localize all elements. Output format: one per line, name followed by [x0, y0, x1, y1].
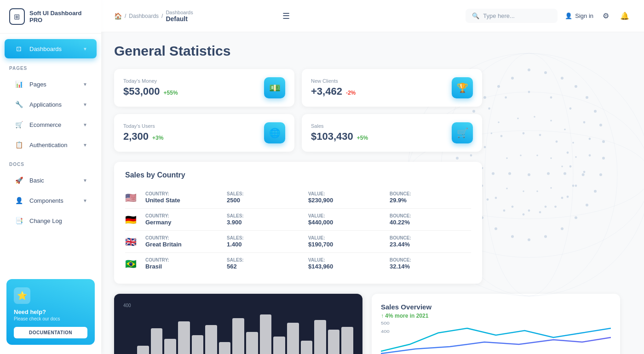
col-header-country: Country:: [145, 191, 227, 196]
documentation-button[interactable]: DOCUMENTATION: [14, 327, 87, 338]
bottom-row: 400 0 Sales Overview ↑ 4% more in 2021: [114, 294, 620, 354]
bar-chart-bar: [205, 325, 217, 354]
svg-point-78: [534, 116, 535, 118]
sidebar-item-pages[interactable]: 📊 Pages ▼: [5, 74, 97, 94]
sign-in-button[interactable]: 👤 Sign in: [565, 12, 593, 19]
logo-icon: ⊞: [9, 8, 25, 25]
bounce-value: 32.14%: [390, 263, 471, 270]
stat-card-users: Today's Users 2,300 +3% 🌐: [114, 114, 294, 152]
svg-point-27: [456, 157, 459, 160]
sidebar-item-ecommerce[interactable]: 🛒 Ecommerce ▼: [5, 115, 97, 134]
country-name: Germany: [145, 219, 227, 226]
svg-point-91: [523, 190, 524, 192]
sidebar-help-panel: ⭐ Need help? Please check our docs DOCUM…: [6, 279, 95, 345]
svg-point-89: [561, 166, 563, 167]
svg-point-56: [508, 172, 511, 175]
sidebar-item-dashboards[interactable]: ⊡ Dashboards ▼: [5, 39, 97, 58]
stat-badge-users: +3%: [152, 135, 163, 141]
bar-chart-bar: [151, 328, 163, 354]
menu-icon[interactable]: ☰: [281, 9, 292, 23]
bar-chart-bar: [164, 339, 176, 354]
chevron-icon: ▼: [83, 102, 87, 107]
svg-point-79: [550, 120, 552, 122]
col-header-bounce: Bounce:: [390, 235, 471, 240]
svg-point-70: [523, 213, 525, 216]
stat-label-money: Today's Money: [123, 78, 178, 84]
svg-point-20: [528, 239, 530, 241]
overview-chart: 500 400: [381, 319, 611, 354]
breadcrumb-dashboards[interactable]: Dashboards: [129, 13, 159, 19]
changelog-icon: 📑: [14, 216, 24, 226]
bar-chart: [123, 310, 353, 354]
stat-value-users: 2,300: [123, 131, 149, 143]
svg-point-73: [567, 196, 569, 198]
sidebar-item-authentication[interactable]: 📋 Authentication ▼: [5, 135, 97, 154]
bounce-value: 29.9%: [390, 197, 471, 204]
table-row: 🇧🇷 Country: Brasil Sales: 562 Value: $14…: [125, 253, 471, 274]
svg-point-64: [539, 134, 541, 136]
breadcrumb: 🏠 / Dashboards / Dashboards Default: [114, 10, 273, 23]
topbar: 🏠 / Dashboards / Dashboards Default ☰ 🔍 …: [101, 0, 644, 32]
auth-icon: 📋: [14, 140, 24, 150]
svg-point-80: [564, 129, 566, 131]
svg-point-63: [523, 132, 525, 135]
home-icon[interactable]: 🏠: [114, 12, 122, 20]
svg-point-74: [572, 185, 575, 187]
col-header-sales: Sales:: [227, 213, 308, 218]
col-header-bounce: Bounce:: [390, 213, 471, 218]
stat-label-users: Today's Users: [123, 123, 163, 129]
col-header-sales: Sales:: [227, 235, 308, 240]
applications-icon: 🔧: [14, 99, 24, 109]
basic-icon: 🚀: [14, 175, 24, 185]
sign-in-label: Sign in: [575, 12, 593, 19]
svg-point-66: [567, 152, 569, 154]
value-value: $143,960: [308, 263, 390, 270]
components-icon: 👤: [14, 195, 24, 206]
chevron-icon: ▼: [83, 82, 87, 87]
flag-gb: 🇬🇧: [125, 236, 145, 247]
overview-title: Sales Overview: [381, 303, 611, 311]
sidebar-item-basic[interactable]: 🚀 Basic ▼: [5, 171, 97, 190]
svg-point-33: [511, 77, 514, 80]
svg-point-93: [550, 187, 552, 189]
svg-point-38: [589, 138, 591, 140]
notifications-icon[interactable]: 🔔: [618, 10, 631, 22]
bar-chart-bar: [246, 332, 258, 354]
svg-point-82: [575, 156, 577, 158]
settings-icon[interactable]: ⚙: [601, 10, 611, 22]
sidebar-item-label: Pages: [29, 81, 46, 88]
svg-point-55: [492, 172, 494, 175]
svg-point-52: [488, 108, 490, 110]
sales-country-title: Sales by Country: [125, 171, 471, 179]
pages-icon: 📊: [14, 79, 24, 89]
svg-point-17: [575, 217, 577, 219]
sidebar: ⊞ Soft UI Dashboard PRO ⊡ Dashboards ▼ P…: [0, 0, 101, 354]
sidebar-item-applications[interactable]: 🔧 Applications ▼: [5, 95, 97, 114]
svg-point-90: [506, 188, 508, 189]
content-area: General Statistics Today's Money $53,000…: [101, 32, 644, 354]
stat-label-clients: New Clients: [311, 78, 356, 84]
bar-chart-card: 400 0: [114, 294, 362, 354]
svg-point-37: [583, 121, 586, 124]
col-header-value: Value:: [308, 191, 390, 196]
svg-point-87: [536, 154, 538, 156]
svg-point-31: [483, 96, 486, 99]
svg-point-12: [602, 140, 605, 143]
svg-point-18: [561, 228, 564, 230]
svg-point-14: [599, 173, 602, 176]
bar-chart-bar: [301, 341, 313, 354]
sidebar-item-components[interactable]: 👤 Components ▼: [5, 191, 97, 210]
sidebar-item-label: Authentication: [29, 142, 67, 148]
chevron-icon: ▼: [83, 178, 87, 183]
sidebar-item-changelog[interactable]: 📑 Change Log: [5, 211, 97, 230]
svg-point-39: [589, 154, 591, 157]
search-input[interactable]: [483, 12, 547, 19]
table-row: 🇩🇪 Country: Germany Sales: 3.900 Value: …: [125, 209, 471, 231]
app-name: Soft UI Dashboard PRO: [29, 10, 92, 23]
col-header-bounce: Bounce:: [390, 257, 471, 263]
help-title: Need help?: [14, 308, 87, 315]
chevron-icon: ▼: [83, 122, 87, 127]
breadcrumb-sep1: /: [125, 13, 126, 19]
svg-point-43: [545, 206, 547, 208]
svg-point-11: [599, 124, 602, 126]
